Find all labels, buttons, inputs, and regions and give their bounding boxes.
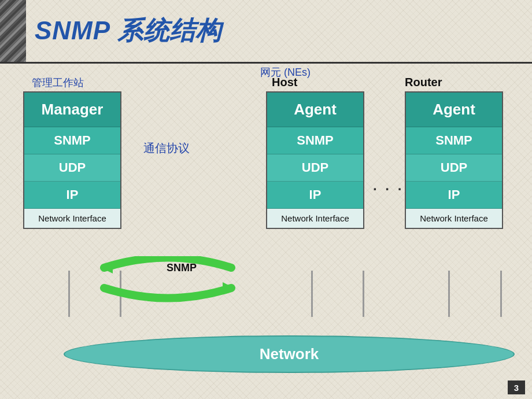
network-ellipse: Network — [64, 335, 515, 373]
host-agent-cell: Agent — [267, 93, 363, 127]
manager-ip-cell: IP — [24, 182, 120, 209]
network-label: Network — [260, 345, 319, 363]
vline-host-left — [311, 271, 313, 317]
manager-udp-cell: UDP — [24, 154, 120, 182]
host-ni-cell: Network Interface — [267, 209, 363, 228]
router-snmp-cell: SNMP — [406, 127, 502, 154]
slide: SNMP 系统结构 管理工作站 网元 (NEs) Host Router 通信协… — [0, 0, 532, 399]
label-router: Router — [405, 76, 442, 89]
page-number: 3 — [508, 380, 525, 394]
label-protocol: 通信协议 — [143, 141, 190, 156]
title-bar: SNMP 系统结构 — [0, 0, 532, 64]
host-snmp-cell: SNMP — [267, 127, 363, 154]
manager-snmp-cell: SNMP — [24, 127, 120, 154]
content-area: 管理工作站 网元 (NEs) Host Router 通信协议 Manager … — [0, 65, 532, 399]
router-ip-cell: IP — [406, 182, 502, 209]
label-host: Host — [272, 76, 297, 89]
manager-agent-cell: Manager — [24, 93, 120, 127]
vline-router-right — [500, 271, 502, 317]
host-stack: Agent SNMP UDP IP Network Interface — [266, 91, 364, 229]
snmp-arrows — [69, 256, 266, 308]
router-stack: Agent SNMP UDP IP Network Interface — [405, 91, 503, 229]
label-mgmt-station: 管理工作站 — [32, 76, 84, 90]
vline-host-right — [363, 271, 364, 317]
slide-title: SNMP 系统结构 — [35, 14, 221, 48]
router-udp-cell: UDP — [406, 154, 502, 182]
host-udp-cell: UDP — [267, 154, 363, 182]
manager-stack: Manager SNMP UDP IP Network Interface — [23, 91, 121, 229]
manager-ni-cell: Network Interface — [24, 209, 120, 228]
router-ni-cell: Network Interface — [406, 209, 502, 228]
dots-indicator: · · · — [373, 181, 404, 197]
host-ip-cell: IP — [267, 182, 363, 209]
vline-router-left — [448, 271, 450, 317]
router-agent-cell: Agent — [406, 93, 502, 127]
